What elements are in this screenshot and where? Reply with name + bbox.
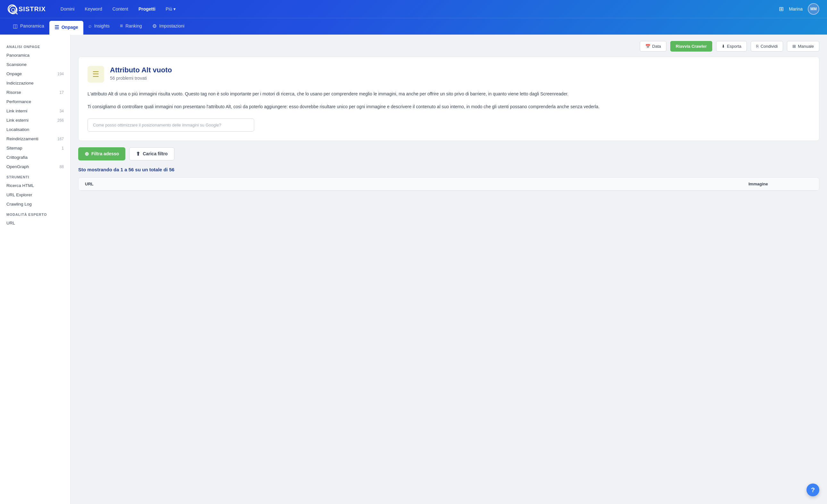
nav-content[interactable]: Content: [108, 4, 133, 14]
sidebar-section-strumenti: STRUMENTI: [0, 171, 70, 181]
sidebar-item-panoramica[interactable]: Panoramica: [0, 51, 70, 60]
sidebar-item-link-interni[interactable]: Link interni 34: [0, 106, 70, 116]
riavvia-crawler-button[interactable]: Riavvia Crawler: [670, 41, 712, 52]
panoramica-icon: ◫: [13, 23, 18, 29]
sidebar-item-link-esterni[interactable]: Link esterni 266: [0, 116, 70, 125]
sidebar-item-url-explorer[interactable]: URL Explorer: [0, 190, 70, 200]
sidebar-item-opengraph[interactable]: OpenGraph 88: [0, 162, 70, 171]
top-navigation: SISTRIX Domini Keyword Content Progetti …: [0, 0, 827, 18]
sidebar-item-crittografia[interactable]: Crittografia: [0, 153, 70, 162]
nav-keyword[interactable]: Keyword: [80, 4, 106, 14]
nav-domini[interactable]: Domini: [56, 4, 79, 14]
esporta-button[interactable]: ⬇ Esporta: [716, 41, 747, 52]
sidebar-item-url[interactable]: URL: [0, 218, 70, 228]
main-content: 📅 Data Riavvia Crawler ⬇ Esporta ⎘ Condi…: [70, 35, 827, 504]
sidebar-item-localisation[interactable]: Localisation: [0, 125, 70, 134]
filter-bar: ⊕ Filtra adesso ⬆ Carica filtro: [78, 147, 819, 160]
card-subtitle: 56 problemi trovati: [110, 75, 172, 81]
card-title-area: Attributo Alt vuoto 56 problemi trovati: [110, 66, 172, 81]
book-icon: ⊞: [792, 44, 796, 49]
sidebar-item-risorse[interactable]: Risorse 17: [0, 88, 70, 97]
sidebar-item-crawling-log[interactable]: Crawling Log: [0, 200, 70, 209]
data-table: URL Immagine: [78, 177, 819, 191]
user-avatar[interactable]: MM: [808, 3, 819, 15]
card-title: Attributo Alt vuoto: [110, 66, 172, 74]
sidebar-item-reindirizzamenti[interactable]: Reindirizzamenti 167: [0, 134, 70, 144]
impostazioni-icon: ⚙: [152, 23, 157, 29]
page-layout: ANALISI ONPAGE Panoramica Scansione Onpa…: [0, 35, 827, 504]
card-header: ☰ Attributo Alt vuoto 56 problemi trovat…: [88, 66, 810, 82]
carica-filtro-button[interactable]: ⬆ Carica filtro: [129, 147, 175, 160]
share-icon: ⎘: [756, 44, 759, 49]
card-body: L'attributo Alt di una o più immagini ri…: [88, 90, 810, 111]
col-immagine-header: Immagine: [748, 181, 813, 186]
sidebar-item-onpage[interactable]: Onpage 194: [0, 69, 70, 78]
subnav-impostazioni[interactable]: ⚙ Impostazioni: [147, 18, 190, 35]
card-question[interactable]: Come posso ottimizzare il posizionamento…: [88, 118, 254, 131]
sidebar-item-performance[interactable]: Performance: [0, 97, 70, 106]
logo-icon: [8, 4, 17, 13]
card-icon-box: ☰: [88, 66, 104, 82]
subnav-panoramica[interactable]: ◫ Panoramica: [8, 18, 49, 35]
nav-piu[interactable]: Più ▾: [161, 4, 180, 14]
results-summary: Sto mostrando da 1 a 56 su un totale di …: [78, 167, 819, 172]
sidebar: ANALISI ONPAGE Panoramica Scansione Onpa…: [0, 35, 70, 504]
svg-line-2: [16, 12, 17, 14]
help-button[interactable]: ?: [807, 484, 819, 496]
manuale-button[interactable]: ⊞ Manuale: [787, 41, 819, 52]
ranking-icon: ≡: [120, 23, 123, 29]
brand-name: SISTRIX: [18, 5, 46, 13]
sidebar-section-analisi: ANALISI ONPAGE: [0, 41, 70, 51]
plus-icon: ⊕: [85, 151, 89, 157]
sidebar-item-ricerca-html[interactable]: Ricerca HTML: [0, 181, 70, 190]
logo[interactable]: SISTRIX: [8, 4, 46, 13]
toolbar: 📅 Data Riavvia Crawler ⬇ Esporta ⎘ Condi…: [78, 41, 819, 52]
user-name: Marina: [789, 6, 802, 11]
card-body-p1: L'attributo Alt di una o più immagini ri…: [88, 90, 810, 98]
nav-progetti[interactable]: Progetti: [134, 4, 160, 14]
card-body-p2: Ti consigliamo di controllare quali imma…: [88, 103, 810, 111]
sidebar-item-indicizzazione[interactable]: Indicizzazione: [0, 78, 70, 88]
svg-point-1: [11, 8, 15, 11]
sub-navigation: ◫ Panoramica ☰ Onpage ⌕ Insights ≡ Ranki…: [0, 18, 827, 35]
col-url-header: URL: [85, 181, 748, 186]
calendar-icon: 📅: [645, 44, 650, 49]
sidebar-item-sitemap[interactable]: Sitemap 1: [0, 144, 70, 153]
download-icon: ⬇: [722, 44, 725, 49]
list-icon: ☰: [92, 70, 99, 79]
top-nav-right: ⊞ Marina MM: [779, 3, 819, 15]
table-header: URL Immagine: [79, 178, 819, 190]
sidebar-section-modalita: MODALITÀ ESPERTO: [0, 209, 70, 218]
grid-icon[interactable]: ⊞: [779, 5, 784, 12]
info-card: ☰ Attributo Alt vuoto 56 problemi trovat…: [78, 57, 819, 141]
upload-icon: ⬆: [136, 151, 140, 157]
onpage-icon: ☰: [54, 24, 59, 31]
top-nav-links: Domini Keyword Content Progetti Più ▾: [56, 4, 779, 14]
subnav-insights[interactable]: ⌕ Insights: [83, 18, 115, 35]
filtra-adesso-button[interactable]: ⊕ Filtra adesso: [78, 147, 125, 160]
chevron-down-icon: ▾: [174, 6, 176, 11]
insights-icon: ⌕: [89, 23, 92, 29]
subnav-ranking[interactable]: ≡ Ranking: [115, 18, 147, 35]
subnav-onpage[interactable]: ☰ Onpage: [49, 21, 83, 35]
condividi-button[interactable]: ⎘ Condividi: [751, 41, 783, 52]
sidebar-item-scansione[interactable]: Scansione: [0, 60, 70, 69]
data-button[interactable]: 📅 Data: [640, 41, 667, 52]
